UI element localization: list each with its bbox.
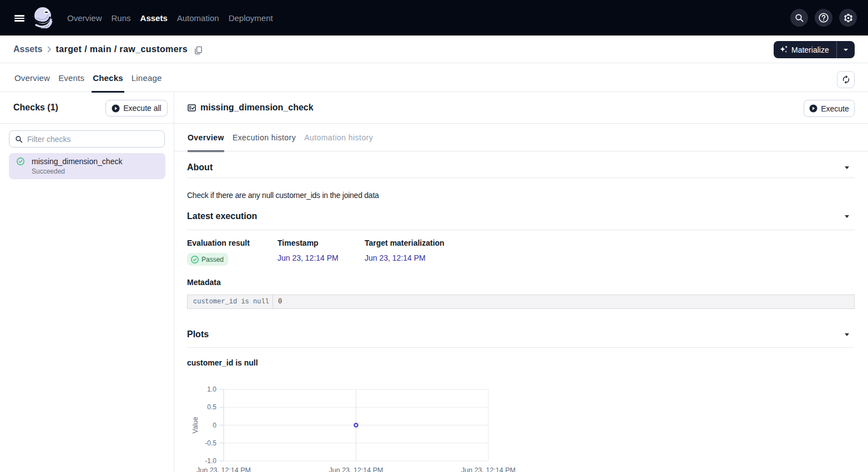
svg-text:Jun 23, 12:14 PM: Jun 23, 12:14 PM [196,466,251,472]
svg-text:Jun 23, 12:14 PM: Jun 23, 12:14 PM [461,466,516,472]
svg-text:0: 0 [213,422,216,429]
svg-text:Jun 23, 12:14 PM: Jun 23, 12:14 PM [329,466,383,472]
svg-text:-1.0: -1.0 [205,457,216,465]
svg-text:0.5: 0.5 [207,403,216,411]
svg-text:Value: Value [191,417,199,433]
svg-text:1.0: 1.0 [207,385,216,393]
svg-text:-0.5: -0.5 [205,439,216,447]
